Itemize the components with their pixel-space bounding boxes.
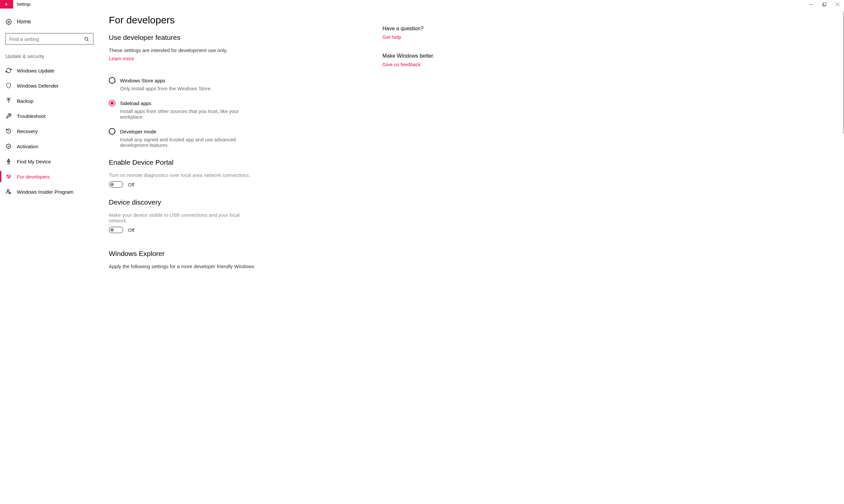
maximize-button[interactable] bbox=[817, 0, 831, 8]
radio-circle-icon bbox=[109, 77, 115, 84]
radio-label: Sideload apps bbox=[120, 101, 151, 106]
device-discovery-toggle[interactable] bbox=[109, 227, 123, 233]
refresh-icon bbox=[5, 67, 12, 74]
device-portal-toggle[interactable] bbox=[109, 181, 123, 188]
category-label: Update & security bbox=[0, 51, 99, 63]
feedback-link[interactable]: Give us feedback bbox=[382, 61, 843, 67]
nav-label: Backup bbox=[17, 98, 33, 104]
radio-sideload[interactable]: Sideload apps bbox=[109, 100, 356, 106]
close-button[interactable] bbox=[831, 0, 844, 8]
shield-icon bbox=[5, 82, 12, 89]
sidebar-item-backup[interactable]: Backup bbox=[0, 93, 99, 108]
radio-developer-mode[interactable]: Developer mode bbox=[109, 128, 356, 135]
svg-point-23 bbox=[10, 192, 11, 193]
wrench-icon bbox=[5, 113, 12, 119]
dev-features-desc: These settings are intended for developm… bbox=[109, 48, 356, 53]
nav-label: Windows Defender bbox=[17, 83, 59, 89]
svg-point-22 bbox=[7, 190, 9, 192]
nav-label: For developers bbox=[17, 174, 50, 180]
rp-question-title: Have a question? bbox=[382, 26, 843, 32]
back-button[interactable] bbox=[0, 0, 13, 8]
search-icon bbox=[83, 36, 90, 42]
sidebar-item-windows-insider[interactable]: Windows Insider Program bbox=[0, 184, 99, 199]
radio-store-apps[interactable]: Windows Store apps bbox=[109, 77, 356, 84]
locate-icon bbox=[5, 158, 12, 165]
nav-label: Troubleshoot bbox=[17, 113, 46, 119]
upload-icon bbox=[5, 97, 12, 104]
get-help-link[interactable]: Get help bbox=[382, 34, 843, 40]
section-title-device-portal: Enable Device Portal bbox=[109, 159, 356, 166]
sidebar-item-windows-update[interactable]: Windows Update bbox=[0, 63, 99, 78]
radio-desc: Only install apps from the Windows Store… bbox=[120, 86, 245, 91]
device-portal-toggle-row: Off bbox=[109, 181, 356, 188]
sidebar-item-troubleshoot[interactable]: Troubleshoot bbox=[0, 108, 99, 124]
main-content: For developers Use developer features Th… bbox=[99, 15, 369, 504]
svg-point-20 bbox=[8, 177, 9, 178]
sidebar-item-activation[interactable]: Activation bbox=[0, 139, 99, 154]
home-label: Home bbox=[17, 19, 31, 25]
window-controls bbox=[805, 0, 844, 8]
radio-label: Developer mode bbox=[120, 129, 156, 134]
radio-option-store-apps: Windows Store apps Only install apps fro… bbox=[109, 77, 356, 91]
svg-point-6 bbox=[85, 37, 88, 40]
titlebar: Settings bbox=[0, 0, 844, 8]
history-icon bbox=[5, 128, 12, 134]
developer-mode-radio-group: Windows Store apps Only install apps fro… bbox=[109, 77, 356, 148]
sidebar-item-for-developers[interactable]: For developers bbox=[0, 169, 99, 184]
rp-feedback-title: Make Windows better. bbox=[382, 53, 843, 59]
device-discovery-desc: Make your device visible to USB connecti… bbox=[109, 212, 241, 223]
search-box[interactable] bbox=[5, 33, 93, 45]
nav-label: Windows Update bbox=[17, 68, 54, 73]
sidebar-item-recovery[interactable]: Recovery bbox=[0, 124, 99, 139]
sidebar: Home Update & security Windows Update Wi… bbox=[0, 8, 99, 504]
svg-point-5 bbox=[8, 21, 10, 23]
radio-option-sideload: Sideload apps Install apps from other so… bbox=[109, 100, 356, 120]
radio-circle-icon bbox=[109, 128, 115, 135]
sidebar-home[interactable]: Home bbox=[0, 15, 99, 29]
svg-rect-2 bbox=[823, 3, 826, 5]
radio-circle-icon bbox=[109, 100, 115, 106]
insider-icon bbox=[5, 188, 12, 195]
device-discovery-toggle-row: Off bbox=[109, 227, 356, 233]
learn-more-link[interactable]: Learn more bbox=[109, 56, 134, 61]
nav-label: Find My Device bbox=[17, 159, 51, 164]
page-title: For developers bbox=[109, 15, 356, 26]
dev-icon bbox=[5, 173, 12, 180]
nav-label: Windows Insider Program bbox=[17, 189, 73, 195]
section-title-dev-features: Use developer features bbox=[109, 34, 356, 41]
minimize-button[interactable] bbox=[805, 0, 817, 8]
search-input[interactable] bbox=[6, 34, 93, 44]
radio-desc: Install apps from other sources that you… bbox=[120, 108, 245, 120]
device-portal-desc: Turn on remote diagnostics over local ar… bbox=[109, 172, 356, 178]
section-title-device-discovery: Device discovery bbox=[109, 198, 356, 206]
radio-desc: Install any signed and trusted app and u… bbox=[120, 137, 245, 148]
radio-label: Windows Store apps bbox=[120, 78, 166, 83]
gear-icon bbox=[5, 18, 12, 25]
nav-label: Activation bbox=[17, 144, 38, 149]
svg-point-21 bbox=[10, 176, 11, 177]
content-area: For developers Use developer features Th… bbox=[99, 8, 843, 504]
nav-label: Recovery bbox=[17, 128, 38, 134]
app-title: Settings bbox=[13, 0, 805, 8]
section-title-windows-explorer: Windows Explorer bbox=[109, 250, 356, 257]
check-circle-icon bbox=[5, 143, 12, 149]
sidebar-item-find-my-device[interactable]: Find My Device bbox=[0, 154, 99, 169]
svg-line-7 bbox=[87, 40, 88, 41]
radio-option-developer-mode: Developer mode Install any signed and tr… bbox=[109, 128, 356, 148]
sidebar-item-windows-defender[interactable]: Windows Defender bbox=[0, 78, 99, 93]
svg-point-12 bbox=[6, 144, 11, 148]
windows-explorer-desc: Apply the following settings for a more … bbox=[109, 264, 260, 269]
toggle-state-label: Off bbox=[128, 182, 135, 187]
toggle-state-label: Off bbox=[128, 227, 135, 233]
right-panel: Have a question? Get help Make Windows b… bbox=[369, 15, 843, 504]
svg-point-19 bbox=[6, 175, 7, 176]
